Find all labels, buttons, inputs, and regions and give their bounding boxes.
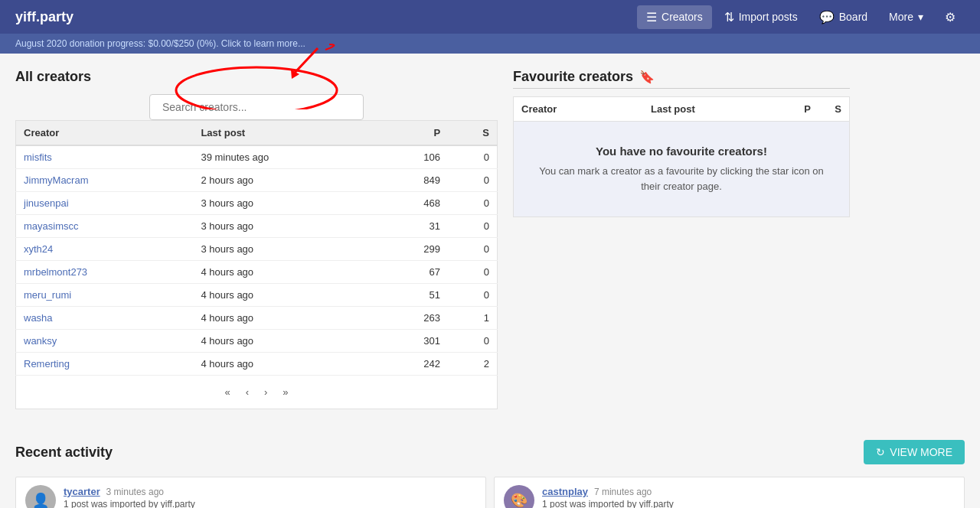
creator-name-cell: wanksy bbox=[16, 330, 194, 353]
nav-more[interactable]: More ▾ bbox=[880, 6, 933, 28]
table-row: misfits 39 minutes ago 106 0 bbox=[16, 145, 498, 169]
recent-header: Recent activity ↻ VIEW MORE bbox=[15, 440, 965, 464]
last-post-cell: 3 hours ago bbox=[193, 215, 377, 238]
p-cell: 31 bbox=[377, 215, 448, 238]
creator-link[interactable]: mrbelmont273 bbox=[24, 266, 87, 278]
page-prev[interactable]: ‹ bbox=[240, 383, 255, 401]
view-more-label: VIEW MORE bbox=[890, 446, 952, 458]
search-input[interactable] bbox=[149, 94, 364, 120]
s-cell: 0 bbox=[448, 330, 497, 353]
s-cell: 1 bbox=[448, 307, 497, 330]
refresh-icon: ↻ bbox=[876, 446, 885, 458]
last-post-cell: 2 hours ago bbox=[193, 169, 377, 192]
nav-import-posts[interactable]: ⇅ Import posts bbox=[715, 5, 807, 29]
recent-heading: Recent activity bbox=[15, 444, 113, 461]
activity-time: 3 minutes ago bbox=[106, 487, 164, 497]
p-cell: 67 bbox=[377, 261, 448, 284]
creator-link[interactable]: mayasimscc bbox=[24, 220, 79, 232]
pagination: « ‹ › » bbox=[15, 376, 498, 409]
activity-creator-link[interactable]: castnplay bbox=[542, 486, 588, 497]
save-icon[interactable]: 🔖 bbox=[639, 70, 655, 84]
p-cell: 299 bbox=[377, 238, 448, 261]
table-row: Remerting 4 hours ago 242 2 bbox=[16, 353, 498, 376]
col-last-post: Last post bbox=[193, 121, 377, 146]
fav-empty-desc: You can mark a creator as a favourite by… bbox=[529, 164, 834, 194]
table-header-row: Creator Last post P S bbox=[16, 121, 498, 146]
fav-col-s: S bbox=[811, 103, 841, 115]
nav-more-label: More bbox=[889, 11, 913, 23]
last-post-cell: 4 hours ago bbox=[193, 307, 377, 330]
recent-section: Recent activity ↻ VIEW MORE 👤 tycarter 3… bbox=[0, 425, 980, 508]
page-last[interactable]: » bbox=[276, 383, 294, 401]
creator-name-cell: Remerting bbox=[16, 353, 194, 376]
s-cell: 0 bbox=[448, 261, 497, 284]
creator-link[interactable]: wanksy bbox=[24, 335, 57, 347]
right-panel: Favourite creators 🔖 Creator Last post P… bbox=[513, 69, 850, 409]
creator-link[interactable]: Remerting bbox=[24, 358, 70, 370]
table-row: mayasimscc 3 hours ago 31 0 bbox=[16, 215, 498, 238]
fav-empty-title: You have no favourite creators! bbox=[529, 145, 834, 158]
creator-name-cell: washa bbox=[16, 307, 194, 330]
fav-col-lastpost: Last post bbox=[651, 103, 780, 115]
activity-desc: 1 post was imported by yiff.party bbox=[64, 499, 476, 508]
s-cell: 0 bbox=[448, 238, 497, 261]
last-post-cell: 4 hours ago bbox=[193, 353, 377, 376]
table-row: xyth24 3 hours ago 299 0 bbox=[16, 238, 498, 261]
activity-avatar: 🎨 bbox=[504, 485, 534, 508]
nav-import-label: Import posts bbox=[739, 11, 798, 23]
activity-creator-link[interactable]: tycarter bbox=[64, 486, 100, 497]
nav-settings[interactable]: ⚙ bbox=[936, 5, 965, 29]
s-cell: 0 bbox=[448, 145, 497, 169]
col-creator: Creator bbox=[16, 121, 194, 146]
creator-link[interactable]: xyth24 bbox=[24, 243, 53, 255]
activity-name-row: tycarter 3 minutes ago bbox=[64, 485, 476, 497]
page-next[interactable]: › bbox=[258, 383, 273, 401]
creator-table: Creator Last post P S misfits 39 minutes… bbox=[15, 120, 498, 376]
fav-heading: Favourite creators bbox=[513, 69, 633, 85]
activity-avatar: 👤 bbox=[25, 485, 56, 508]
s-cell: 0 bbox=[448, 169, 497, 192]
fav-col-creator: Creator bbox=[521, 103, 651, 115]
creator-name-cell: misfits bbox=[16, 145, 194, 169]
creator-link[interactable]: washa bbox=[24, 312, 53, 324]
p-cell: 263 bbox=[377, 307, 448, 330]
nav-creators[interactable]: ☰ Creators bbox=[637, 5, 712, 29]
board-icon: 💬 bbox=[819, 10, 835, 24]
left-panel: All creators Creator Last post P bbox=[15, 69, 498, 409]
creator-link[interactable]: misfits bbox=[24, 151, 52, 163]
creator-name-cell: mayasimscc bbox=[16, 215, 194, 238]
creator-name-cell: xyth24 bbox=[16, 238, 194, 261]
s-cell: 0 bbox=[448, 284, 497, 307]
page-first[interactable]: « bbox=[218, 383, 236, 401]
table-row: JimmyMacram 2 hours ago 849 0 bbox=[16, 169, 498, 192]
col-p: P bbox=[377, 121, 448, 146]
creator-link[interactable]: jinusenpai bbox=[24, 197, 69, 209]
creator-link[interactable]: JimmyMacram bbox=[24, 174, 89, 186]
nav-board[interactable]: 💬 Board bbox=[810, 5, 877, 29]
fav-header: Favourite creators 🔖 bbox=[513, 69, 850, 89]
view-more-button[interactable]: ↻ VIEW MORE bbox=[864, 440, 965, 464]
last-post-cell: 3 hours ago bbox=[193, 192, 377, 215]
s-cell: 0 bbox=[448, 192, 497, 215]
table-row: washa 4 hours ago 263 1 bbox=[16, 307, 498, 330]
donation-text: August 2020 donation progress: $0.00/$25… bbox=[15, 38, 305, 49]
last-post-cell: 4 hours ago bbox=[193, 261, 377, 284]
activity-item: 👤 tycarter 3 minutes ago 1 post was impo… bbox=[15, 477, 486, 508]
creator-name-cell: jinusenpai bbox=[16, 192, 194, 215]
nav-items: ☰ Creators ⇅ Import posts 💬 Board More ▾… bbox=[637, 5, 965, 29]
creator-link[interactable]: meru_rumi bbox=[24, 289, 71, 301]
activity-item: 🎨 castnplay 7 minutes ago 1 post was imp… bbox=[494, 477, 965, 508]
fav-empty-box: You have no favourite creators! You can … bbox=[513, 121, 850, 217]
p-cell: 51 bbox=[377, 284, 448, 307]
chevron-down-icon: ▾ bbox=[918, 11, 923, 23]
p-cell: 242 bbox=[377, 353, 448, 376]
activity-desc: 1 post was imported by yiff.party bbox=[542, 499, 955, 508]
s-cell: 2 bbox=[448, 353, 497, 376]
donation-bar: August 2020 donation progress: $0.00/$25… bbox=[0, 34, 980, 54]
activity-grid: 👤 tycarter 3 minutes ago 1 post was impo… bbox=[15, 477, 965, 508]
site-brand[interactable]: yiff.party bbox=[15, 9, 74, 25]
creator-name-cell: JimmyMacram bbox=[16, 169, 194, 192]
activity-time: 7 minutes ago bbox=[594, 487, 652, 497]
creator-name-cell: mrbelmont273 bbox=[16, 261, 194, 284]
p-cell: 468 bbox=[377, 192, 448, 215]
